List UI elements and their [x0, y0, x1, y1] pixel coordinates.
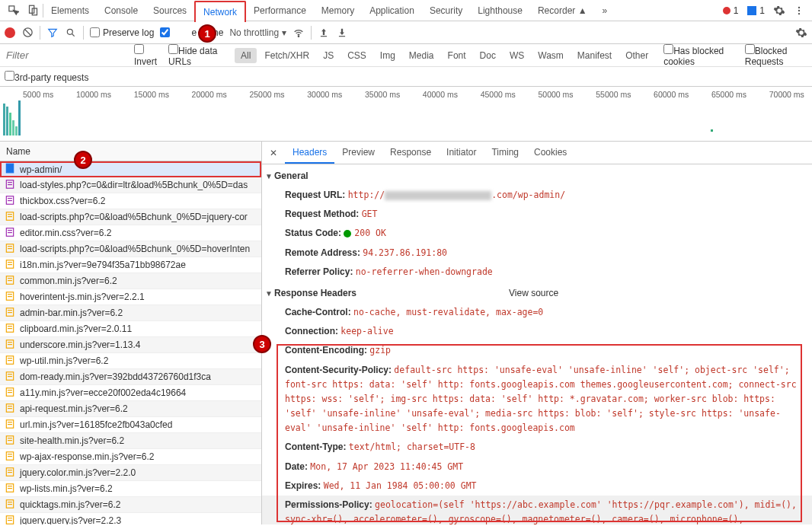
panel-settings-gear-icon[interactable]: [795, 27, 807, 39]
request-row[interactable]: dom-ready.min.js?ver=392bdd43726760d1f3c…: [0, 369, 261, 385]
request-row[interactable]: wp-lists.min.js?ver=6.2: [0, 481, 261, 497]
timeline-overview[interactable]: 5000 ms10000 ms15000 ms20000 ms25000 ms3…: [0, 87, 812, 142]
device-icon[interactable]: [23, 1, 43, 21]
request-row[interactable]: thickbox.css?ver=6.2: [0, 193, 261, 209]
upload-icon[interactable]: [318, 27, 330, 39]
filter-funnel-icon[interactable]: [46, 27, 59, 39]
name-column-header[interactable]: Name: [0, 142, 261, 161]
type-filter-wasm[interactable]: Wasm: [532, 48, 570, 63]
close-detail-icon[interactable]: ✕: [265, 148, 282, 158]
settings-gear-icon[interactable]: [769, 1, 789, 21]
request-row[interactable]: site-health.min.js?ver=6.2: [0, 433, 261, 449]
request-name: clipboard.min.js?ver=2.0.11: [20, 324, 132, 334]
type-filter-manifest[interactable]: Manifest: [571, 48, 618, 63]
timeline-ticks: 5000 ms10000 ms15000 ms20000 ms25000 ms3…: [0, 87, 812, 99]
detail-tab-preview[interactable]: Preview: [334, 142, 382, 164]
request-row[interactable]: underscore.min.js?ver=1.13.4: [0, 337, 261, 353]
has-blocked-cookies-toggle[interactable]: Has blocked cookies: [663, 44, 736, 67]
triangle-down-icon: ▼: [265, 289, 273, 298]
filter-input[interactable]: [3, 46, 125, 64]
tab-memory[interactable]: Memory: [314, 0, 362, 21]
request-name: wp-ajax-response.min.js?ver=6.2: [20, 451, 154, 462]
request-name: i18n.min.js?ver=9e794f35a71bb98672ae: [20, 260, 186, 270]
info-badge[interactable]: 1: [743, 5, 769, 16]
throttling-select[interactable]: No throttling▾: [229, 27, 286, 38]
request-row[interactable]: editor.min.css?ver=6.2: [0, 225, 261, 241]
callout-1: 1: [198, 24, 216, 43]
svg-rect-16: [8, 182, 12, 183]
svg-rect-56: [8, 392, 12, 393]
tab-security[interactable]: Security: [422, 0, 470, 21]
request-row[interactable]: load-styles.php?c=0&dir=ltr&load%5Bchunk…: [0, 177, 261, 193]
svg-point-4: [798, 9, 800, 11]
download-icon[interactable]: [336, 27, 348, 39]
type-filter-fetchxhr[interactable]: Fetch/XHR: [258, 48, 315, 63]
request-row[interactable]: jquery.query.js?ver=2.2.3: [0, 513, 261, 524]
file-type-icon: [5, 371, 15, 384]
file-type-icon: [5, 291, 15, 304]
kebab-menu-icon[interactable]: [789, 1, 809, 21]
detail-tab-initiator[interactable]: Initiator: [439, 142, 484, 164]
request-row[interactable]: common.min.js?ver=6.2: [0, 273, 261, 289]
request-row[interactable]: i18n.min.js?ver=9e794f35a71bb98672ae: [0, 257, 261, 273]
svg-rect-58: [8, 406, 12, 406]
inspect-icon[interactable]: [3, 1, 23, 21]
detail-tab-cookies[interactable]: Cookies: [526, 142, 574, 164]
file-type-icon: [5, 195, 15, 208]
request-name: hoverintent-js.min.js?ver=2.2.1: [20, 292, 145, 302]
tab-lighthouse[interactable]: Lighthouse: [470, 0, 530, 21]
tab-network[interactable]: Network: [194, 1, 246, 22]
record-button[interactable]: [5, 27, 15, 38]
wifi-icon[interactable]: [293, 27, 305, 39]
request-row[interactable]: clipboard.min.js?ver=2.0.11: [0, 321, 261, 337]
detail-tab-response[interactable]: Response: [382, 142, 439, 164]
type-filter-js[interactable]: JS: [317, 48, 340, 63]
detail-tab-timing[interactable]: Timing: [484, 142, 526, 164]
type-filter-img[interactable]: Img: [374, 48, 401, 63]
hide-data-urls-toggle[interactable]: Hide data URLs: [168, 44, 225, 67]
search-icon[interactable]: [65, 27, 77, 39]
error-badge[interactable]: 1: [718, 5, 743, 16]
blocked-requests-toggle[interactable]: Blocked Requests: [745, 44, 809, 67]
tab-application[interactable]: Application: [362, 0, 422, 21]
invert-toggle[interactable]: Invert: [134, 44, 159, 67]
tab-console[interactable]: Console: [97, 0, 145, 21]
preserve-log-toggle[interactable]: Preserve log: [90, 27, 154, 38]
tab-performance[interactable]: Performance: [246, 0, 314, 21]
request-row[interactable]: url.min.js?ver=16185fce2fb043a0cfed: [0, 417, 261, 433]
tab-elements[interactable]: Elements: [43, 0, 97, 21]
request-row[interactable]: jquery.color.min.js?ver=2.2.0: [0, 465, 261, 481]
type-filter-other[interactable]: Other: [619, 48, 654, 63]
request-row[interactable]: admin-bar.min.js?ver=6.2: [0, 305, 261, 321]
view-source-link[interactable]: View source: [509, 288, 558, 298]
type-filter-font[interactable]: Font: [442, 48, 472, 63]
timeline-tick: 40000 ms: [423, 90, 458, 99]
request-row[interactable]: load-scripts.php?c=0&load%5Bchunk_0%5D=j…: [0, 209, 261, 225]
request-row[interactable]: load-scripts.php?c=0&load%5Bchunk_0%5D=h…: [0, 241, 261, 257]
request-row[interactable]: wp-ajax-response.min.js?ver=6.2: [0, 449, 261, 465]
request-row[interactable]: hoverintent-js.min.js?ver=2.2.1: [0, 289, 261, 305]
section-response-headers[interactable]: ▼Response HeadersView source: [262, 282, 812, 303]
file-type-icon: [5, 275, 15, 288]
file-type-icon: [5, 307, 15, 320]
file-type-icon: [5, 339, 15, 352]
tab-overflow[interactable]: »: [595, 0, 615, 21]
request-row[interactable]: wp-admin/: [0, 161, 261, 177]
detail-tab-headers[interactable]: Headers: [285, 142, 334, 164]
third-party-toggle[interactable]: 3rd-party requests: [5, 71, 88, 83]
type-filter-ws[interactable]: WS: [504, 48, 530, 63]
type-filter-media[interactable]: Media: [403, 48, 440, 63]
type-filter-css[interactable]: CSS: [341, 48, 372, 63]
request-row[interactable]: wp-util.min.js?ver=6.2: [0, 353, 261, 369]
type-filter-doc[interactable]: Doc: [474, 48, 502, 63]
request-row[interactable]: api-request.min.js?ver=6.2: [0, 401, 261, 417]
clear-icon[interactable]: [21, 27, 34, 39]
file-type-icon: [5, 179, 15, 192]
request-row[interactable]: quicktags.min.js?ver=6.2: [0, 497, 261, 513]
request-row[interactable]: a11y.min.js?ver=ecce20f002eda4c19664: [0, 385, 261, 401]
svg-rect-37: [8, 294, 12, 295]
type-filter-all[interactable]: All: [235, 48, 257, 63]
tab-sources[interactable]: Sources: [145, 0, 194, 21]
tab-recorder[interactable]: Recorder ▲: [530, 0, 595, 21]
section-general[interactable]: ▼General: [262, 164, 812, 186]
